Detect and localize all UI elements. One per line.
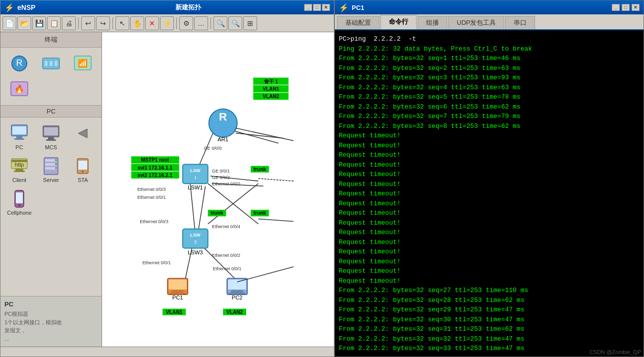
svg-rect-22 <box>15 169 23 171</box>
client-label: Client <box>12 177 26 183</box>
pc1-minimize-btn[interactable]: _ <box>612 4 620 11</box>
svg-rect-67 <box>231 290 243 293</box>
device-client[interactable]: http Client <box>4 154 34 185</box>
svg-rect-4 <box>50 61 53 66</box>
minimize-btn[interactable]: _ <box>304 4 312 11</box>
new-file-btn[interactable]: 📄 <box>2 16 16 30</box>
term-line-4: From 2.2.2.2: bytes=32 seq=4 ttl=253 tim… <box>339 83 640 93</box>
svg-text:trunk: trunk <box>211 210 223 216</box>
device-grid-1: R <box>0 48 102 105</box>
term-timeout-8: Request timeout! <box>339 199 640 209</box>
topology-btn[interactable]: … <box>194 16 208 30</box>
device-cellphone[interactable]: Cellphone <box>4 187 34 218</box>
device-arrow[interactable] <box>68 121 98 152</box>
server-icon <box>41 156 61 176</box>
svg-text:Ethernet 0/0/2: Ethernet 0/0/2 <box>212 253 240 258</box>
ensp-panel: ⚡ eNSP 新建拓扑 _ □ ✕ 📄 📂 💾 📋 🖨 ↩ ↪ ↖ ✋ ✕ ⚡ … <box>0 0 334 357</box>
term-timeout-16: Request timeout! <box>339 276 640 286</box>
svg-rect-16 <box>48 137 54 139</box>
device-switch-small[interactable] <box>36 52 66 75</box>
device-sidebar: 终端 R <box>0 32 102 347</box>
svg-rect-68 <box>229 293 245 294</box>
svg-rect-63 <box>169 293 186 294</box>
term-timeout-5: Request timeout! <box>339 170 640 179</box>
undo-btn[interactable]: ↩ <box>81 16 95 30</box>
ensp-main: 终端 R <box>0 32 334 347</box>
open-file-btn[interactable]: 📂 <box>17 16 31 30</box>
term-timeout-15: Request timeout! <box>339 266 640 276</box>
watermark: CSDN @Zombie_QP <box>590 349 641 355</box>
svg-text:📶: 📶 <box>78 59 88 68</box>
svg-text:MSTP1 root: MSTP1 root <box>141 157 169 163</box>
save-btn[interactable]: 💾 <box>32 16 46 30</box>
close-btn[interactable]: ✕ <box>322 4 330 11</box>
ensp-toolbar: 📄 📂 💾 📋 🖨 ↩ ↪ ↖ ✋ ✕ ⚡ ⚙ … 🔍 🔍 ⊞ <box>0 14 334 32</box>
zoomin-btn[interactable]: 🔍 <box>214 16 227 30</box>
term-timeout-12: Request timeout! <box>339 238 640 247</box>
svg-text:R: R <box>16 58 23 68</box>
svg-text:3: 3 <box>194 239 197 244</box>
svg-rect-32 <box>78 161 87 170</box>
term-line-3: From 2.2.2.2: bytes=32 seq=3 ttl=253 tim… <box>339 73 640 83</box>
svg-rect-66 <box>228 280 246 290</box>
device-pc[interactable]: PC <box>4 121 34 152</box>
canvas-area[interactable]: R AR1 LSW 1 LSW1 LSW 3 LSW3 PC1 <box>102 32 334 347</box>
pc1-terminal[interactable]: PC>ping 2.2.2.2 -t Ping 2.2.2.2: 32 data… <box>335 30 644 357</box>
pc1-maximize-btn[interactable]: □ <box>622 4 630 11</box>
fit-btn[interactable]: ⊞ <box>243 16 257 30</box>
pc1-window-title: PC1 <box>352 4 364 11</box>
select-btn[interactable]: ↖ <box>115 16 129 30</box>
maximize-btn[interactable]: □ <box>313 4 321 11</box>
device-sta[interactable]: STA <box>68 154 98 185</box>
pc1-window-controls: _ □ ✕ <box>612 4 640 11</box>
pc1-close-btn[interactable]: ✕ <box>632 4 640 11</box>
pc-section-title: PC <box>0 105 102 118</box>
tab-multicast[interactable]: 组播 <box>418 16 447 29</box>
tab-basic-config[interactable]: 基础配置 <box>337 16 379 29</box>
sep2 <box>112 17 113 29</box>
svg-point-33 <box>82 171 84 173</box>
svg-text:LSW3: LSW3 <box>188 249 203 255</box>
term-timeout-6: Request timeout! <box>339 179 640 189</box>
saveas-btn[interactable]: 📋 <box>47 16 61 30</box>
device-server[interactable]: Server <box>36 154 66 185</box>
svg-text:PC2: PC2 <box>232 295 243 300</box>
svg-text:trunk: trunk <box>254 167 267 172</box>
cellphone-icon <box>9 189 29 209</box>
device-mcs[interactable]: MCS <box>36 121 66 152</box>
svg-rect-12 <box>14 138 24 140</box>
svg-text:svi1 172.16.1.1: svi1 172.16.1.1 <box>138 165 173 171</box>
tab-serial[interactable]: 串口 <box>505 16 535 29</box>
redo-btn[interactable]: ↪ <box>96 16 110 30</box>
device-wifi[interactable]: 📶 <box>68 52 98 75</box>
device-firewall[interactable]: 🔥 <box>4 77 34 101</box>
term-timeout-4: Request timeout! <box>339 160 640 170</box>
device-desc-text: PC模拟器 1个以太网接口，模拟收 发报文， ... <box>4 310 98 343</box>
server-label: Server <box>43 177 59 183</box>
device-router[interactable]: R <box>4 52 34 75</box>
tab-command-line[interactable]: 命令行 <box>380 15 417 29</box>
term-timeout-13: Request timeout! <box>339 247 640 257</box>
firewall-icon: 🔥 <box>9 79 29 99</box>
zoomout-btn[interactable]: 🔍 <box>228 16 242 30</box>
term-timeout-14: Request timeout! <box>339 257 640 267</box>
switch-small-icon <box>41 54 61 73</box>
svg-rect-17 <box>46 139 56 141</box>
svg-text:VLAN2: VLAN2 <box>263 94 279 99</box>
svg-text:GE 0/0/2: GE 0/0/2 <box>212 175 230 180</box>
tab-udp-tool[interactable]: UDP发包工具 <box>448 16 504 29</box>
pan-btn[interactable]: ✋ <box>130 16 144 30</box>
svg-rect-13 <box>12 126 26 134</box>
router-icon: R <box>9 54 29 73</box>
connect-btn[interactable]: ⚡ <box>160 16 174 30</box>
svg-point-30 <box>55 167 57 169</box>
pc-label: PC <box>15 144 23 150</box>
term-timeout-7: Request timeout! <box>339 189 640 199</box>
print-btn[interactable]: 🖨 <box>62 16 76 30</box>
device-description: PC PC模拟器 1个以太网接口，模拟收 发报文， ... <box>0 296 102 347</box>
device-lib-btn[interactable]: ⚙ <box>179 16 193 30</box>
pc1-titlebar: ⚡ PC1 _ □ ✕ <box>335 0 644 14</box>
wifi-icon: 📶 <box>73 54 93 73</box>
svg-text:R: R <box>219 111 227 123</box>
delete-btn[interactable]: ✕ <box>145 16 159 30</box>
